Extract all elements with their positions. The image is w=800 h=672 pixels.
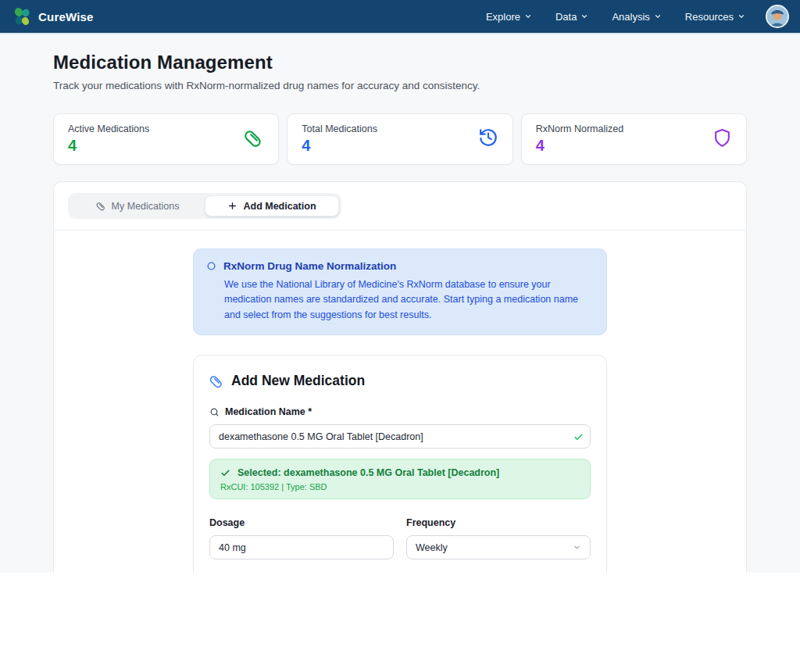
dosage-input[interactable] [209,535,394,559]
stat-value: 4 [68,137,149,155]
selected-medication-text: Selected: dexamethasone 0.5 MG Oral Tabl… [238,467,499,478]
pill-icon [209,374,224,388]
shield-icon [712,128,732,151]
top-navbar: CureWise Explore Data Analysis Resources [0,0,800,34]
dosage-label: Dosage [209,517,245,528]
page-background: Medication Management Track your medicat… [0,34,800,573]
stat-label: RxNorm Normalized [536,123,624,134]
medication-name-input[interactable] [209,424,591,449]
tab-my-medications[interactable]: My Medications [70,195,205,216]
tab-add-medication[interactable]: Add Medication [205,195,339,216]
stat-label: Total Medications [302,123,377,134]
plus-icon [227,201,238,211]
stat-value: 4 [302,137,377,155]
chevron-down-icon [580,11,588,23]
tab-strip: My Medications Add Medication [68,193,341,219]
curewise-logo-icon [11,5,33,27]
nav-item-label: Resources [685,11,734,23]
stat-card-total-medications: Total Medications 4 [287,113,512,165]
stats-row: Active Medications 4 Total Medications 4 [53,113,747,165]
history-icon [478,127,498,151]
page-subtitle: Track your medications with RxNorm-norma… [53,80,747,91]
medications-panel: My Medications Add Medication RxNorm Dru… [53,181,747,573]
brand-name: CureWise [38,10,94,23]
pill-icon [244,127,264,151]
selected-medication-box: Selected: dexamethasone 0.5 MG Oral Tabl… [209,459,591,499]
stat-card-rxnorm-normalized: RxNorm Normalized 4 [521,113,747,165]
nav-item-data[interactable]: Data [555,11,588,23]
selected-medication-meta: RxCUI: 105392 | Type: SBD [220,482,580,491]
add-medication-form: Add New Medication Medication Name * Se [193,355,607,573]
form-title: Add New Medication [231,373,365,389]
stat-card-active-medications: Active Medications 4 [53,113,279,165]
nav-item-analysis[interactable]: Analysis [612,11,661,23]
tab-label: My Medications [112,201,180,212]
tab-label: Add Medication [243,201,316,212]
frequency-select[interactable]: Weekly [406,535,591,559]
search-icon [209,407,220,417]
user-avatar[interactable] [766,5,789,28]
chevron-down-icon [524,11,532,23]
info-box-body: We use the National Library of Medicine'… [224,277,594,323]
tabs-header: My Medications Add Medication [54,182,746,231]
stat-value: 4 [536,137,624,155]
stat-label: Active Medications [68,123,149,134]
nav-item-label: Data [555,11,577,23]
info-icon [206,261,216,271]
chevron-down-icon [654,11,662,23]
medication-name-label: Medication Name * [225,406,312,417]
nav-links: Explore Data Analysis Resources [486,11,745,23]
frequency-value: Weekly [416,542,448,553]
nav-item-resources[interactable]: Resources [685,11,745,23]
nav-item-explore[interactable]: Explore [486,11,532,23]
nav-item-label: Analysis [612,11,649,23]
rxnorm-info-box: RxNorm Drug Name Normalization We use th… [193,248,607,335]
chevron-down-icon [573,543,581,552]
brand[interactable]: CureWise [11,5,94,27]
info-box-title: RxNorm Drug Name Normalization [223,260,396,272]
pill-icon [96,201,106,211]
valid-check-icon [573,431,584,445]
check-icon [220,468,230,478]
chevron-down-icon [738,11,745,23]
nav-item-label: Explore [486,11,520,23]
frequency-label: Frequency [406,517,455,528]
page-title: Medication Management [53,34,747,73]
